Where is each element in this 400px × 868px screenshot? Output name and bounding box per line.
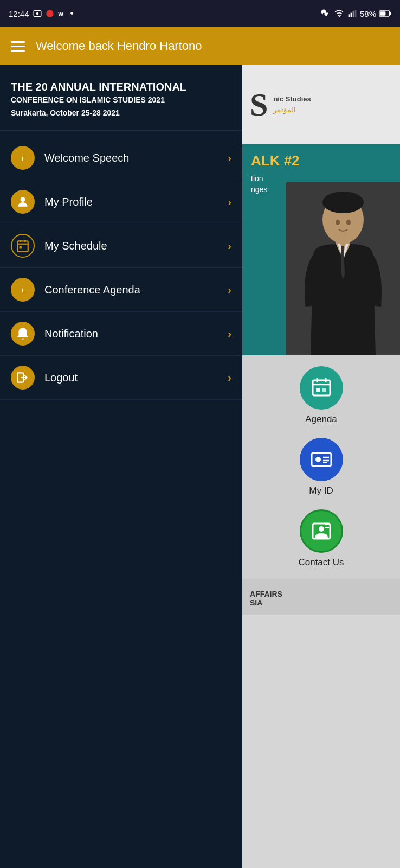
svg-point-28 [346, 220, 351, 225]
quick-access-section: Agenda My ID Contact Us [242, 355, 400, 579]
bell-icon [11, 322, 35, 346]
svg-rect-10 [390, 12, 391, 15]
logout-label: Logout [44, 372, 228, 384]
subtitle-line2: nges [251, 184, 267, 195]
my-id-label: My ID [309, 486, 333, 496]
battery-icon [379, 10, 391, 17]
speaker-image [286, 182, 400, 355]
svg-rect-8 [355, 10, 357, 17]
chevron-my-schedule: › [228, 240, 231, 252]
info-icon-welcome: i [11, 146, 35, 170]
person-icon [11, 190, 35, 214]
agenda-icon [300, 366, 343, 410]
chevron-conference-agenda: › [228, 284, 231, 296]
status-bar-left: 12:44 w • [9, 8, 74, 20]
header-title: Welcome back Hendro Hartono [36, 39, 202, 53]
svg-point-1 [36, 12, 38, 15]
agenda-button[interactable]: Agenda [300, 366, 343, 425]
sidebar-item-conference-agenda[interactable]: i Conference Agenda › [0, 268, 242, 312]
status-bar-right: 58% [321, 9, 391, 18]
svg-rect-6 [351, 13, 352, 17]
svg-point-27 [336, 220, 340, 225]
my-id-button[interactable]: My ID [300, 438, 343, 496]
conference-banner: S nic Studies المؤتمر [242, 65, 400, 144]
sidebar-item-welcome-speech[interactable]: i Welcome Speech › [0, 136, 242, 180]
svg-point-4 [339, 16, 340, 17]
sidebar-item-notification[interactable]: Notification › [0, 312, 242, 356]
chevron-my-profile: › [228, 196, 231, 208]
main-content: THE 20 ANNUAL INTERNATIONAL CONFERENCE O… [0, 65, 400, 868]
svg-rect-19 [20, 246, 22, 248]
conference-agenda-label: Conference Agenda [44, 284, 228, 296]
sidebar-item-my-profile[interactable]: My Profile › [0, 180, 242, 224]
svg-point-36 [315, 457, 321, 462]
svg-rect-35 [312, 453, 331, 466]
chevron-logout: › [228, 372, 231, 384]
sidebar-header: THE 20 ANNUAL INTERNATIONAL CONFERENCE O… [0, 65, 242, 131]
svg-rect-34 [322, 388, 326, 392]
sidebar-drawer: THE 20 ANNUAL INTERNATIONAL CONFERENCE O… [0, 65, 242, 868]
svg-rect-5 [349, 14, 350, 17]
key-icon [321, 9, 331, 18]
contact-us-label: Contact Us [298, 557, 344, 568]
svg-text:w: w [57, 10, 63, 18]
contact-us-icon [300, 509, 343, 553]
conference-name-short: nic Studies [273, 95, 311, 104]
time-display: 12:44 [9, 9, 29, 18]
svg-rect-29 [313, 380, 330, 395]
status-bar: 12:44 w • 58% [0, 0, 400, 27]
svg-text:i: i [22, 286, 24, 294]
notification-icon [46, 9, 54, 18]
contact-us-button[interactable]: Contact Us [298, 509, 344, 568]
hamburger-line-3 [11, 50, 25, 52]
conference-location: Surakarta, October 25-28 2021 [11, 108, 231, 117]
chevron-welcome-speech: › [228, 152, 231, 164]
subtitle-line1: tion [251, 174, 267, 184]
app-w-icon: w [57, 9, 67, 18]
agenda-label: Agenda [305, 414, 337, 425]
welcome-speech-label: Welcome Speech [44, 152, 228, 164]
sidebar-item-logout[interactable]: Logout › [0, 356, 242, 400]
sidebar-item-my-schedule[interactable]: My Schedule › [0, 224, 242, 268]
svg-point-26 [322, 192, 364, 213]
photo-icon [33, 9, 42, 18]
conference-subtitle: CONFERENCE ON ISLAMIC STUDIES 2021 [11, 95, 231, 104]
svg-rect-11 [380, 11, 385, 16]
my-schedule-label: My Schedule [44, 240, 228, 252]
svg-text:i: i [22, 154, 24, 162]
signal-icon [348, 9, 357, 18]
hamburger-line-2 [11, 46, 25, 47]
arabic-conference-name: المؤتمر [273, 106, 311, 114]
info-icon-agenda: i [11, 278, 35, 302]
notification-label: Notification [44, 328, 228, 340]
status-dot: • [70, 8, 74, 20]
wifi-icon [334, 9, 345, 18]
footer-line1: AFFAIRS [250, 590, 392, 598]
svg-point-14 [21, 197, 25, 202]
speaker-card: ALK #2 tion nges [242, 144, 400, 355]
svg-rect-15 [17, 241, 28, 252]
right-panel: S nic Studies المؤتمر ALK #2 tion nges [242, 65, 400, 868]
conference-logo-letter: S [250, 88, 268, 121]
navigation-menu: i Welcome Speech › My Profile › My Sched… [0, 136, 242, 400]
battery-display: 58% [360, 9, 376, 18]
my-profile-label: My Profile [44, 196, 228, 208]
footer-line2: SIA [250, 598, 392, 607]
conference-title: THE 20 ANNUAL INTERNATIONAL [11, 80, 231, 93]
calendar-icon [11, 234, 35, 258]
logout-icon [11, 366, 35, 390]
app-header: Welcome back Hendro Hartono [0, 27, 400, 65]
svg-point-2 [46, 10, 53, 17]
svg-point-41 [319, 526, 324, 532]
footer-area: AFFAIRS SIA [242, 579, 400, 615]
my-id-icon [300, 438, 343, 481]
conference-banner-text: nic Studies المؤتمر [273, 95, 311, 114]
speaker-card-subtitle: tion nges [251, 174, 267, 195]
chevron-notification: › [228, 328, 231, 340]
svg-rect-7 [353, 11, 354, 17]
svg-rect-33 [316, 388, 320, 392]
hamburger-line-1 [11, 41, 25, 43]
speaker-card-title: ALK #2 [251, 152, 300, 169]
hamburger-menu[interactable] [11, 41, 25, 52]
